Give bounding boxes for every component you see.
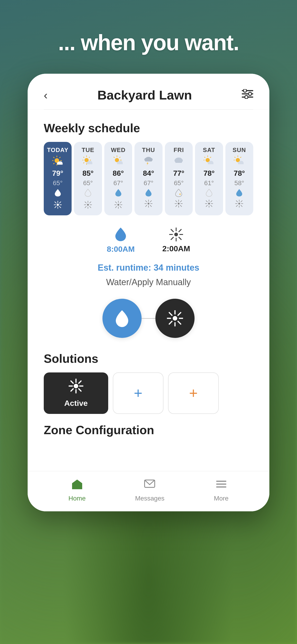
svg-line-97 xyxy=(210,157,211,158)
svg-line-49 xyxy=(85,206,86,208)
svg-line-127 xyxy=(241,205,242,206)
svg-line-46 xyxy=(85,202,86,203)
pest-icon-wed xyxy=(114,201,122,211)
solution-active-card[interactable]: Active xyxy=(44,372,108,414)
day-label-sat: SAT xyxy=(203,146,215,154)
svg-rect-18 xyxy=(57,163,62,165)
water-time-icon xyxy=(114,227,127,243)
pest-time-item: 2:00AM xyxy=(162,228,190,253)
more-icon xyxy=(215,478,227,493)
pest-time-icon xyxy=(169,228,183,242)
filter-icon[interactable] xyxy=(242,89,253,101)
solution-add-card-2[interactable]: + xyxy=(168,372,219,414)
svg-line-13 xyxy=(60,157,60,158)
svg-rect-58 xyxy=(117,162,123,164)
svg-point-5 xyxy=(245,96,248,99)
svg-line-109 xyxy=(211,205,212,206)
day-card-wed[interactable]: WED 86° xyxy=(104,142,132,215)
svg-point-59 xyxy=(118,204,119,206)
nav-more[interactable]: More xyxy=(214,478,228,502)
svg-line-27 xyxy=(55,206,56,208)
svg-line-14 xyxy=(54,163,54,164)
svg-line-156 xyxy=(71,389,73,391)
svg-line-96 xyxy=(204,157,205,158)
day-card-sat[interactable]: SAT 78° xyxy=(195,142,223,215)
svg-rect-161 xyxy=(216,486,226,488)
nav-home[interactable]: Home xyxy=(68,478,86,502)
svg-point-121 xyxy=(238,203,240,204)
day-label-tue: TUE xyxy=(82,146,94,154)
svg-line-90 xyxy=(176,200,177,202)
water-time-item: 8:00AM xyxy=(107,227,135,254)
home-icon xyxy=(71,478,83,493)
temp-high-today: 79° xyxy=(52,169,63,178)
day-card-fri[interactable]: FRI 77° 65° xyxy=(165,142,193,215)
svg-line-92 xyxy=(180,200,182,202)
day-card-sun[interactable]: SUN 78° xyxy=(226,142,253,215)
svg-rect-102 xyxy=(208,162,214,164)
zone-config-section: Zone Configuration xyxy=(44,423,253,451)
water-action-button[interactable] xyxy=(102,299,142,338)
svg-point-4 xyxy=(248,92,252,96)
svg-line-138 xyxy=(171,237,173,240)
svg-line-144 xyxy=(169,312,172,315)
add-icon-blue: + xyxy=(134,385,142,402)
temp-high-thu: 84° xyxy=(143,169,154,178)
solutions-title: Solutions xyxy=(44,352,253,366)
pest-icon-thu xyxy=(144,200,152,208)
svg-line-147 xyxy=(169,321,172,324)
pest-action-button[interactable] xyxy=(156,299,194,338)
svg-point-85 xyxy=(178,203,180,204)
est-runtime-value: 34 minutes xyxy=(154,263,200,272)
svg-rect-84 xyxy=(176,160,182,163)
svg-line-65 xyxy=(120,206,121,208)
temp-low-wed: 67° xyxy=(113,180,123,187)
temp-low-fri: 65° xyxy=(174,180,184,187)
water-pause-fri xyxy=(174,189,183,198)
weekly-grid: TODAY xyxy=(44,142,253,215)
svg-line-145 xyxy=(178,321,181,324)
svg-line-66 xyxy=(120,202,121,203)
svg-line-136 xyxy=(179,237,181,240)
back-button[interactable]: ‹ xyxy=(44,89,48,101)
svg-rect-157 xyxy=(76,486,78,489)
svg-line-64 xyxy=(115,202,117,203)
action-buttons xyxy=(44,299,253,338)
pest-icon-today xyxy=(54,201,62,211)
svg-line-108 xyxy=(206,200,208,202)
svg-point-103 xyxy=(208,203,210,204)
svg-line-146 xyxy=(178,312,181,315)
svg-line-33 xyxy=(84,157,84,158)
weather-icon-wed xyxy=(113,156,124,167)
water-icon-sun xyxy=(236,189,243,198)
svg-line-26 xyxy=(60,202,61,203)
day-card-today[interactable]: TODAY xyxy=(44,142,72,215)
svg-line-111 xyxy=(206,205,208,206)
svg-line-25 xyxy=(60,206,61,208)
manual-row: Water/Apply Manually xyxy=(44,277,253,287)
active-solution-icon xyxy=(68,379,83,396)
temp-high-sat: 78° xyxy=(204,169,214,178)
temp-low-thu: 67° xyxy=(144,180,153,187)
day-card-tue[interactable]: TUE xyxy=(74,142,102,215)
svg-line-135 xyxy=(171,230,173,232)
weather-icon-thu xyxy=(143,156,154,167)
page-title: Backyard Lawn xyxy=(98,88,192,102)
temp-low-tue: 65° xyxy=(83,180,93,187)
svg-point-72 xyxy=(148,203,150,204)
svg-line-67 xyxy=(115,206,117,208)
svg-line-48 xyxy=(90,202,91,203)
svg-point-148 xyxy=(74,384,78,388)
water-time-label: 8:00AM xyxy=(107,244,135,254)
day-card-thu[interactable]: THU 84° 67° xyxy=(134,142,162,215)
solution-add-card-1[interactable]: + xyxy=(113,372,164,414)
zone-config-title: Zone Configuration xyxy=(44,423,253,437)
weekly-schedule-title: Weekly schedule xyxy=(44,121,253,135)
nav-messages[interactable]: Messages xyxy=(135,478,164,502)
day-label-fri: FRI xyxy=(174,146,184,154)
svg-line-153 xyxy=(71,381,73,383)
temp-high-sun: 78° xyxy=(234,169,245,178)
svg-rect-160 xyxy=(216,484,226,485)
weather-icon-tue xyxy=(82,156,94,167)
svg-line-137 xyxy=(179,230,181,232)
